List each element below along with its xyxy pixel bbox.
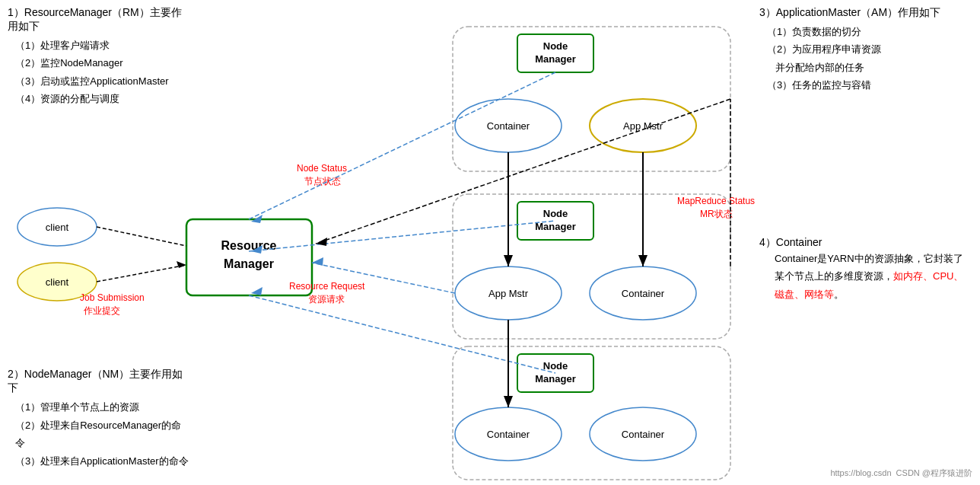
svg-text:Manager: Manager bbox=[224, 257, 274, 270]
svg-text:Job Submission: Job Submission bbox=[80, 292, 145, 303]
svg-text:Node: Node bbox=[543, 360, 568, 372]
svg-text:App Mstr: App Mstr bbox=[488, 288, 529, 299]
svg-text:Container: Container bbox=[487, 429, 530, 440]
svg-text:Container: Container bbox=[622, 288, 665, 299]
diagram-container: 1）ResourceManager（RM）主要作用如下 （1）处理客户端请求 （… bbox=[0, 0, 980, 485]
svg-text:Manager: Manager bbox=[535, 373, 575, 384]
svg-text:Node: Node bbox=[543, 40, 568, 52]
svg-marker-53 bbox=[504, 255, 513, 266]
svg-text:Manager: Manager bbox=[535, 53, 575, 65]
svg-text:Resource Request: Resource Request bbox=[289, 281, 365, 292]
svg-text:Node Status: Node Status bbox=[297, 163, 347, 174]
svg-text:MapReduce Status: MapReduce Status bbox=[677, 196, 755, 206]
svg-line-32 bbox=[97, 265, 186, 282]
svg-marker-55 bbox=[504, 396, 513, 407]
svg-text:Resource: Resource bbox=[221, 239, 277, 252]
svg-text:client: client bbox=[46, 222, 69, 233]
svg-text:Node: Node bbox=[543, 208, 568, 219]
svg-text:Container: Container bbox=[487, 120, 530, 132]
svg-text:client: client bbox=[46, 276, 69, 288]
svg-text:作业提交: 作业提交 bbox=[83, 305, 120, 316]
svg-text:Manager: Manager bbox=[535, 221, 575, 232]
architecture-diagram: Node Manager Container App Mstr Node Man… bbox=[0, 0, 980, 485]
svg-line-42 bbox=[249, 72, 555, 219]
svg-text:资源请求: 资源请求 bbox=[308, 294, 345, 305]
svg-marker-51 bbox=[638, 255, 648, 266]
svg-text:MR状态: MR状态 bbox=[700, 209, 733, 219]
svg-text:Container: Container bbox=[622, 429, 665, 440]
svg-line-31 bbox=[97, 227, 186, 246]
svg-line-44 bbox=[249, 295, 555, 373]
